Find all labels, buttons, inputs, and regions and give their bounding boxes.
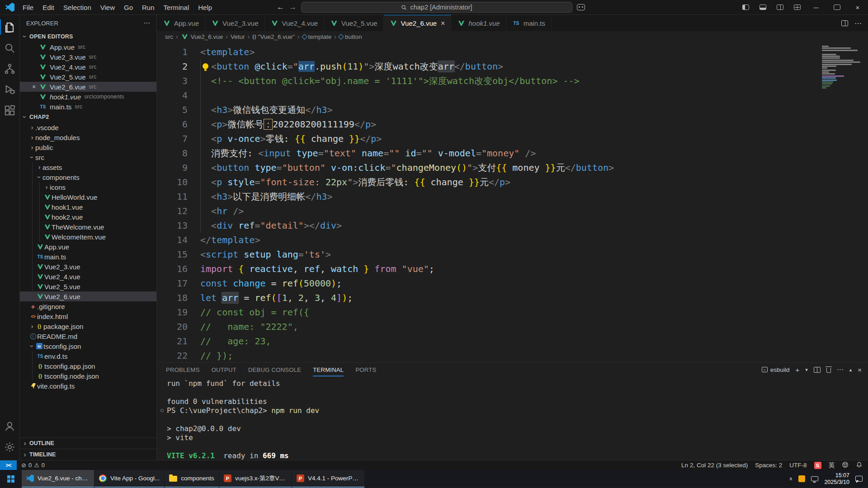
tree-item-tsconfig.app.json[interactable]: {}tsconfig.app.json xyxy=(20,361,156,371)
tree-item-env.d.ts[interactable]: TSenv.d.ts xyxy=(20,351,156,361)
tree-item-TheWelcome.vue[interactable]: TheWelcome.vue xyxy=(20,222,156,232)
kill-terminal-icon[interactable] xyxy=(826,368,831,373)
copilot-icon[interactable] xyxy=(577,4,585,10)
tree-item-public[interactable]: ›public xyxy=(20,142,156,152)
breadcrumb-item-1[interactable]: src xyxy=(165,33,173,40)
code-line-8[interactable]: 8 消费支付: <input type="text" name="" id=""… xyxy=(157,146,868,160)
tab-Vue2_3.vue[interactable]: Vue2_3.vue xyxy=(205,15,265,31)
editor-more-actions-icon[interactable]: ⋯ xyxy=(854,19,862,28)
action-center-icon[interactable] xyxy=(855,476,863,482)
code-line-5[interactable]: 5 <h3>微信钱包变更通知</h3> xyxy=(157,103,868,117)
sogou-input-icon[interactable]: S xyxy=(814,462,821,469)
menu-file[interactable]: File xyxy=(18,2,38,13)
tree-item-Vue2_3.vue[interactable]: Vue2_3.vue xyxy=(20,262,156,272)
tree-item-assets[interactable]: ›assets xyxy=(20,162,156,172)
maximize-panel-icon[interactable]: ▴ xyxy=(849,367,852,373)
lightbulb-icon[interactable] xyxy=(203,63,208,69)
tree-item-hook1.vue[interactable]: hook1.vue xyxy=(20,202,156,212)
menu-help[interactable]: Help xyxy=(193,2,217,13)
code-line-16[interactable]: 16import { reactive, ref, watch } from "… xyxy=(157,262,868,276)
tree-item-node_modules[interactable]: ›node_modules xyxy=(20,132,156,142)
menu-go[interactable]: Go xyxy=(119,2,137,13)
minimap[interactable] xyxy=(822,46,863,89)
tab-Vue2_5.vue[interactable]: Vue2_5.vue xyxy=(324,15,384,31)
open-editor-Vue2_3.vue[interactable]: Vue2_3.vuesrc xyxy=(20,52,156,62)
back-icon[interactable]: ← xyxy=(277,3,284,12)
project-header[interactable]: › CHAP2 xyxy=(20,112,156,122)
breadcrumb-item-2[interactable]: Vue2_6.vue xyxy=(181,33,223,40)
taskbar-clock[interactable]: 15:07 2025/3/10 xyxy=(824,472,849,486)
customize-layout-icon[interactable] xyxy=(788,0,806,15)
panel-tab-output[interactable]: OUTPUT xyxy=(212,363,236,376)
code-line-6[interactable]: 6 <p>微信帐号：202208200111199</p> xyxy=(157,117,868,131)
minimize-button[interactable]: ─ xyxy=(806,0,826,15)
tree-item-Vue2_4.vue[interactable]: Vue2_4.vue xyxy=(20,272,156,282)
new-terminal-icon[interactable]: + xyxy=(795,366,799,374)
toggle-primary-sidebar-icon[interactable] xyxy=(737,0,754,15)
code-editor[interactable]: 1<template>2 <button @click="arr.push(11… xyxy=(157,42,868,362)
menu-terminal[interactable]: Terminal xyxy=(159,2,194,13)
smiley-icon[interactable] xyxy=(842,461,849,469)
bell-icon[interactable] xyxy=(856,461,863,469)
code-line-7[interactable]: 7 <p v-once>零钱: {{ change }}</p> xyxy=(157,131,868,146)
code-line-10[interactable]: 10 <p style="font-size: 22px">消费后零钱: {{ … xyxy=(157,175,868,189)
open-editor-Vue2_5.vue[interactable]: Vue2_5.vuesrc xyxy=(20,72,156,82)
code-line-22[interactable]: 22// }); xyxy=(157,348,868,362)
code-line-19[interactable]: 19// const obj = ref({ xyxy=(157,305,868,319)
tab-hook1.vue[interactable]: hook1.vue xyxy=(451,15,506,31)
tree-item-.gitignore[interactable]: ◆.gitignore xyxy=(20,301,156,311)
status-indentation[interactable]: Spaces: 2 xyxy=(755,462,782,469)
hidden-icons-chevron[interactable]: ∧ xyxy=(789,476,793,482)
account-icon[interactable] xyxy=(0,416,20,436)
tree-item-HelloWorld.vue[interactable]: HelloWorld.vue xyxy=(20,192,156,202)
remote-indicator[interactable]: >< xyxy=(0,460,17,470)
tree-item-WelcomeItem.vue[interactable]: WelcomeItem.vue xyxy=(20,232,156,242)
code-line-2[interactable]: 2 <button @click="arr.push(11)">深度watch改… xyxy=(157,59,868,74)
breadcrumb-item-5[interactable]: template xyxy=(302,33,332,40)
start-button[interactable] xyxy=(0,470,22,488)
tree-item-index.html[interactable]: <>index.html xyxy=(20,311,156,321)
close-button[interactable]: × xyxy=(847,0,868,15)
maximize-button[interactable] xyxy=(826,0,847,15)
code-line-21[interactable]: 21// age: 23, xyxy=(157,334,868,348)
code-line-12[interactable]: 12 <hr /> xyxy=(157,204,868,218)
explorer-icon[interactable] xyxy=(0,17,20,38)
close-tab-icon[interactable]: × xyxy=(441,19,445,28)
tree-item-tsconfig.json[interactable]: ›tstsconfig.json xyxy=(20,341,156,351)
command-decoration-icon[interactable] xyxy=(160,409,164,412)
tree-item-components[interactable]: ›components xyxy=(20,172,156,182)
code-line-4[interactable]: 4 xyxy=(157,88,868,103)
open-editor-App.vue[interactable]: App.vuesrc xyxy=(20,42,156,52)
code-line-11[interactable]: 11 <h3>以下是消费明细帐</h3> xyxy=(157,189,868,204)
toggle-secondary-sidebar-icon[interactable] xyxy=(771,0,788,15)
tree-item-vite.config.ts[interactable]: vite.config.ts xyxy=(20,381,156,391)
tree-item-package.json[interactable]: ›{}package.json xyxy=(20,321,156,331)
panel-tab-ports[interactable]: PORTS xyxy=(355,363,376,376)
tab-Vue2_6.vue[interactable]: Vue2_6.vue× xyxy=(384,15,452,31)
taskbar-app-vscode[interactable]: Vue2_6.vue - cha... xyxy=(22,470,94,488)
taskbar-app-ppt[interactable]: PV4.4.1 - PowerPoi... xyxy=(292,470,364,488)
source-control-icon[interactable] xyxy=(0,58,20,79)
tab-main.ts[interactable]: TSmain.ts xyxy=(506,15,552,31)
more-actions-icon[interactable]: ⋯ xyxy=(143,19,150,27)
menu-selection[interactable]: Selection xyxy=(59,2,96,13)
code-line-17[interactable]: 17const change = ref(50000); xyxy=(157,276,868,291)
menu-run[interactable]: Run xyxy=(137,2,159,13)
problems-status[interactable]: ⊘0 ⚠0 xyxy=(17,462,45,469)
tree-item-Vue2_5.vue[interactable]: Vue2_5.vue xyxy=(20,282,156,291)
code-line-3[interactable]: 3 <!-- <button @click="obj.name = '1111'… xyxy=(157,74,868,88)
run-debug-icon[interactable] xyxy=(0,79,20,100)
breadcrumb-item-4[interactable]: {}"Vue2_6.vue" xyxy=(252,33,295,40)
open-editors-header[interactable]: › OPEN EDITORS xyxy=(20,31,156,42)
close-editor-icon[interactable]: × xyxy=(29,83,39,90)
tree-item-Vue2_6.vue[interactable]: Vue2_6.vue xyxy=(20,291,156,301)
taskbar-app-folder[interactable]: components xyxy=(165,470,219,488)
display-tray-icon[interactable] xyxy=(811,476,818,481)
tab-App.vue[interactable]: App.vue xyxy=(157,15,205,31)
code-line-14[interactable]: 14</template> xyxy=(157,233,868,247)
tree-item-hook2.vue[interactable]: hook2.vue xyxy=(20,212,156,222)
tree-item-README.md[interactable]: iREADME.md xyxy=(20,331,156,341)
section-outline[interactable]: ›OUTLINE xyxy=(20,437,156,449)
tray-app-icon[interactable] xyxy=(798,475,805,482)
settings-icon[interactable] xyxy=(0,436,20,457)
